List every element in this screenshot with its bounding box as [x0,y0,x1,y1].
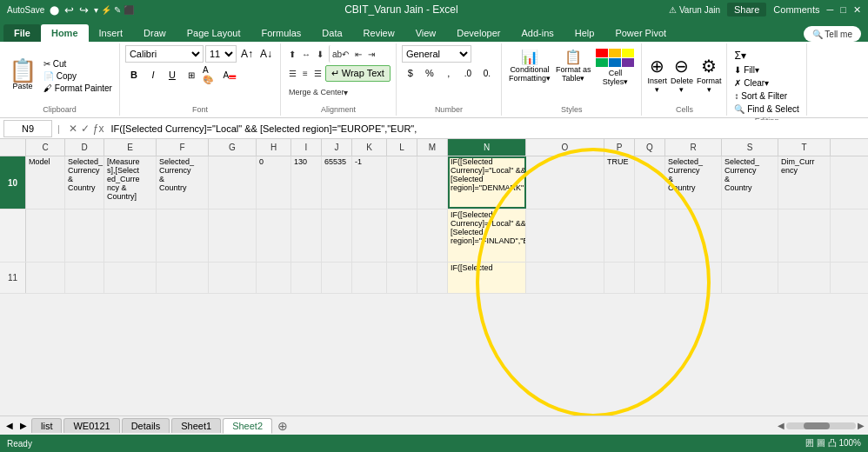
sheet-tab-list[interactable]: list [31,418,62,433]
cell-k11[interactable] [352,263,387,293]
sheet-tab-sheet1[interactable]: Sheet1 [171,418,221,433]
prev-sheet-button[interactable]: ◀ [3,421,16,430]
tab-power-pivot[interactable]: Power Pivot [604,24,677,42]
undo-icon[interactable]: ↩ [64,3,74,17]
cell-o-cont[interactable] [526,209,604,262]
cell-r-cont[interactable] [665,209,722,262]
clear-button[interactable]: ✗ Clear▾ [732,77,771,89]
close-button[interactable]: ✕ [853,4,861,16]
cell-g10[interactable] [209,156,257,209]
col-e[interactable]: E [104,139,157,156]
cell-d-cont[interactable] [65,209,104,262]
percent-button[interactable]: % [421,64,438,82]
share-button[interactable]: Share [727,3,766,17]
sheet-tab-details[interactable]: Details [122,418,170,433]
number-format-select[interactable]: General [402,45,471,63]
cell-k-cont[interactable] [352,209,387,262]
tab-help[interactable]: Help [564,24,605,42]
cell-s-cont[interactable] [722,209,778,262]
text-direction-button[interactable]: ab↶ [329,45,351,63]
cut-button[interactable]: ✂ Cut [42,58,114,70]
cell-o10[interactable] [526,156,604,209]
cell-d11[interactable] [65,263,104,293]
cell-f11[interactable] [157,263,209,293]
tab-view[interactable]: View [405,24,447,42]
align-bottom-button[interactable]: ⬇ [314,45,326,63]
cell-s11[interactable] [722,263,778,293]
cell-t-cont[interactable] [778,209,831,262]
cell-e11[interactable] [104,263,157,293]
redo-icon[interactable]: ↪ [79,3,89,17]
cell-l-cont[interactable] [387,209,417,262]
wrap-text-button[interactable]: ↵ Wrap Text [325,65,391,82]
tab-data[interactable]: Data [311,24,352,42]
cell-p-cont[interactable] [604,209,635,262]
font-color-button[interactable]: A▬ [221,66,238,83]
col-t[interactable]: T [778,139,831,156]
cell-styles-button[interactable]: Cell Styles▾ [594,47,636,88]
cell-p11[interactable] [604,263,635,293]
col-n[interactable]: N [448,139,526,156]
font-family-select[interactable]: Calibri [125,45,204,63]
cell-e10[interactable]: [Measures],[Selected_Currency &Country] [104,156,157,209]
conditional-formatting-button[interactable]: 📊 Conditional Formatting▾ [507,47,552,84]
tab-draw[interactable]: Draw [133,24,177,42]
col-k[interactable]: K [352,139,387,156]
cell-m11[interactable] [417,263,448,293]
formula-input[interactable] [111,120,865,137]
align-center-button[interactable]: ≡ [300,64,310,82]
col-m[interactable]: M [417,139,448,156]
indent-increase-button[interactable]: ⇥ [365,45,377,63]
cell-c10[interactable]: Model [26,156,65,209]
fill-button[interactable]: ⬇ Fill▾ [732,64,761,76]
delete-button[interactable]: ⊖ Delete ▾ [671,56,693,94]
align-right-button[interactable]: ☰ [311,64,324,82]
cell-n11[interactable]: IF([Selected [448,263,526,293]
font-size-select[interactable]: 11 [205,45,237,63]
align-top-button[interactable]: ⬆ [286,45,298,63]
cell-f10[interactable]: Selected_Currency&Country [157,156,209,209]
tab-formulas[interactable]: Formulas [250,24,311,42]
cell-j10[interactable]: 65535 [322,156,352,209]
decrease-font-button[interactable]: A↓ [257,45,275,63]
col-d[interactable]: D [65,139,104,156]
cell-l10[interactable] [387,156,417,209]
merge-center-dropdown[interactable]: ▾ [344,88,348,97]
cell-p10[interactable]: TRUE [604,156,635,209]
tab-page-layout[interactable]: Page Layout [177,24,251,42]
col-p[interactable]: P [604,139,635,156]
cell-s10[interactable]: Selected_Currency&Country [722,156,778,209]
col-s[interactable]: S [722,139,778,156]
tab-file[interactable]: File [3,24,41,42]
tab-home[interactable]: Home [41,24,89,42]
currency-button[interactable]: $ [402,64,419,82]
minimize-button[interactable]: ─ [827,4,834,15]
cell-t10[interactable]: Dim_Currency [778,156,831,209]
cell-q10[interactable] [635,156,665,209]
col-r[interactable]: R [665,139,722,156]
cell-r10[interactable]: Selected_Currency&Country [665,156,722,209]
increase-font-button[interactable]: A↑ [238,45,256,63]
tell-me-input[interactable]: 🔍 Tell me [804,26,861,42]
cell-k10[interactable]: -1 [352,156,387,209]
cell-reference-input[interactable] [3,120,52,137]
cell-j11[interactable] [322,263,352,293]
cell-r11[interactable] [665,263,722,293]
align-middle-button[interactable]: ↔ [299,45,313,63]
cell-f-cont[interactable] [157,209,209,262]
find-select-button[interactable]: 🔍 Find & Select [732,103,800,115]
align-left-button[interactable]: ☰ [286,64,299,82]
col-i[interactable]: I [291,139,322,156]
underline-button[interactable]: U [164,66,181,83]
decrease-decimal-button[interactable]: 0. [478,64,496,82]
cell-c11[interactable] [26,263,65,293]
increase-decimal-button[interactable]: .0 [459,64,477,82]
col-o[interactable]: O [526,139,604,156]
cell-t11[interactable] [778,263,831,293]
cell-d10[interactable]: Selected_Currency&Country [65,156,104,209]
comma-button[interactable]: , [440,64,457,82]
cell-g11[interactable] [209,263,257,293]
indent-decrease-button[interactable]: ⇤ [352,45,364,63]
cell-q11[interactable] [635,263,665,293]
cell-e-cont[interactable] [104,209,157,262]
